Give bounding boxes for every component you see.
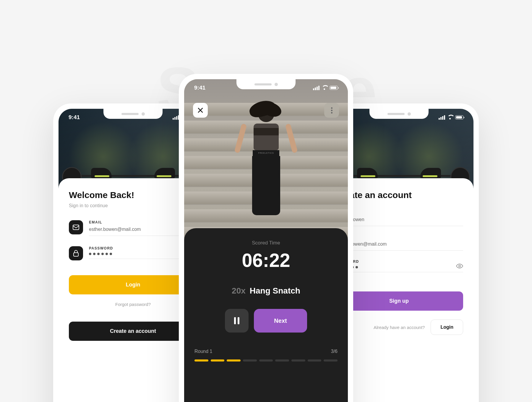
email-icon: [69, 220, 83, 234]
battery-icon: [330, 86, 338, 90]
email-label: EMAIL: [335, 235, 463, 239]
wifi-icon: [447, 115, 453, 120]
have-account-text: Already have an account?: [374, 325, 425, 330]
create-account-button[interactable]: Create an account: [69, 322, 197, 341]
email-input[interactable]: esther.bowen@mail.com: [335, 241, 463, 247]
status-time: 9:41: [69, 114, 80, 121]
forgot-password-link[interactable]: Forgot password?: [69, 302, 197, 307]
signup-button[interactable]: Sign up: [335, 291, 463, 311]
signal-icon: [173, 115, 179, 120]
more-menu-button[interactable]: [324, 103, 339, 118]
svg-point-2: [459, 265, 460, 267]
timer-display: 06:22: [194, 249, 338, 271]
scored-time-label: Scored Time: [194, 240, 338, 246]
name-input[interactable]: Esther Bowen: [335, 217, 463, 222]
phone-notch: [103, 109, 163, 119]
password-input[interactable]: [335, 266, 463, 268]
svg-rect-0: [73, 225, 79, 230]
close-button[interactable]: [193, 103, 208, 118]
signal-icon: [313, 86, 319, 90]
phone-notch: [236, 79, 296, 89]
login-subtitle: Sign in to continue: [69, 203, 197, 208]
svg-rect-1: [74, 253, 78, 256]
login-button[interactable]: Login: [69, 275, 197, 294]
wifi-icon: [322, 86, 327, 90]
pause-button[interactable]: [225, 309, 249, 333]
phone-workout: 9:41: [179, 74, 353, 402]
battery-icon: [455, 115, 463, 119]
signal-icon: [439, 115, 445, 120]
phone-notch: [369, 109, 429, 119]
progress-bar: [194, 359, 338, 362]
round-label: Round 1: [194, 349, 213, 354]
vertical-dots-icon: [331, 107, 332, 114]
signup-title: Create an account: [335, 190, 463, 200]
login-button[interactable]: Login: [431, 320, 463, 335]
status-time: 9:41: [194, 85, 205, 91]
next-button[interactable]: Next: [254, 309, 307, 333]
exercise-reps: 20x: [232, 286, 246, 295]
current-exercise: 20xHang Snatch: [194, 286, 338, 296]
lock-icon: [69, 246, 83, 260]
progress-count: 3/6: [331, 349, 338, 354]
name-label: NAME: [335, 210, 463, 215]
login-title: Welcome Back!: [69, 190, 197, 200]
exercise-name: Hang Snatch: [250, 286, 300, 295]
pause-icon: [234, 317, 236, 324]
password-label: PASSWORD: [335, 260, 463, 264]
toggle-password-icon[interactable]: [456, 264, 463, 268]
